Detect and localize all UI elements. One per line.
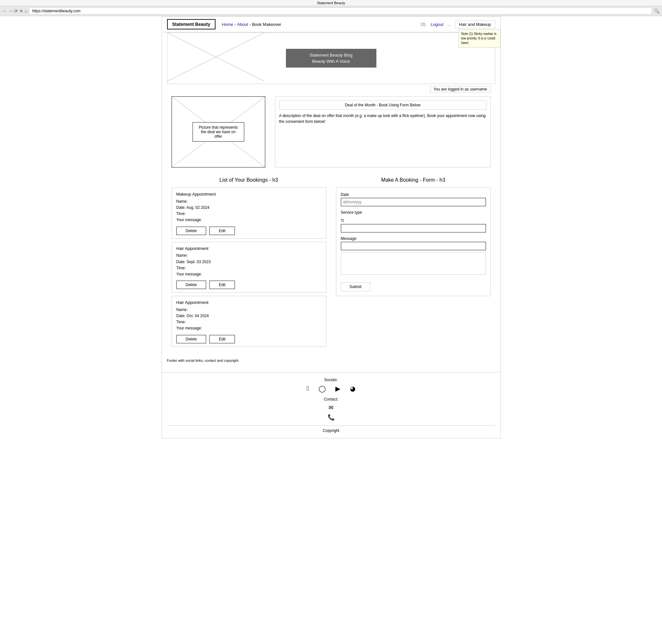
edit-button-1[interactable]: Edit [209, 281, 235, 289]
edit-button-0[interactable]: Edit [209, 227, 235, 235]
form-heading: Make A Booking - Form - h3 [336, 177, 491, 183]
footer-contact-label: Contact: [167, 397, 495, 401]
booking-item: Makeup Appointment Name: Date: Aug. 02 2… [171, 187, 326, 238]
logout-link[interactable]: Logout [431, 22, 444, 27]
browser-chrome: ← → ⟳ ✕ ⌂ 🔍 [0, 6, 662, 16]
date-field: Date [341, 192, 486, 206]
hero-center-box: Statement Beauty Blog Beauty With A Voic… [286, 49, 376, 68]
close-icon[interactable]: ✕ [19, 8, 23, 14]
booking-message-1: Your message: [176, 271, 322, 277]
refresh-icon[interactable]: ⟳ [14, 8, 18, 14]
footer-socials-label: Socials: [167, 377, 495, 382]
page-wrapper: Note (1) Sticky navbar is low priority. … [162, 16, 501, 438]
message-textarea[interactable] [341, 252, 486, 275]
youtube-icon[interactable]: ▶ [335, 385, 340, 392]
hero-tagline: Beauty With A Voice [299, 59, 363, 64]
message-field: Message [341, 236, 486, 276]
breadcrumb-sep-1: › [234, 22, 236, 27]
booking-message-2: Your message: [176, 325, 322, 331]
booking-item-title-1: Hair Appointment [176, 245, 322, 252]
browser-title-bar: Statement Beauty [0, 0, 662, 6]
sticky-note: Note (1) Sticky navbar is low priority. … [458, 29, 500, 48]
delete-button-0[interactable]: Delete [176, 227, 207, 235]
booking-date-2: Date: Oct. 04 2024 [176, 313, 322, 319]
booking-time-0: Time: [176, 211, 322, 217]
hero-blog-title: Statement Beauty Blog [299, 53, 363, 58]
booking-item-title-2: Hair Appointment [176, 299, 322, 306]
logged-in-badge: You are logged in as username [430, 86, 491, 92]
booking-date-0: Date: Aug. 02 2024 [176, 205, 322, 211]
phone-icon[interactable]: 📞 [328, 414, 335, 421]
footer-contact-icons: ✉ 📞 [167, 404, 495, 421]
deal-image-placeholder: Picture that represents the deal we have… [171, 96, 265, 167]
footer-social-icons:  ◯ ▶ ◕ [167, 385, 495, 392]
time-field: Ti [341, 218, 486, 232]
github-icon[interactable]: ◕ [350, 385, 355, 392]
footer-note-bar: Footer with social links, contact and co… [162, 356, 500, 366]
footer-copyright: Copyright [167, 426, 495, 433]
breadcrumb-home[interactable]: Home [222, 22, 233, 27]
email-icon[interactable]: ✉ [329, 404, 333, 411]
navbar-right: Logout ... Hair and Makeup [431, 20, 495, 28]
svg-line-3 [216, 57, 264, 81]
edit-button-2[interactable]: Edit [209, 335, 235, 343]
sticky-note-text: Note (1) Sticky navbar is low priority. … [462, 32, 497, 45]
navbar-logo[interactable]: Statement Beauty [167, 19, 215, 29]
svg-line-2 [167, 57, 216, 81]
hero-banner: Statement Beauty Blog Beauty With A Voic… [167, 32, 495, 84]
deal-section: Picture that represents the deal we have… [171, 96, 491, 167]
url-bar[interactable] [29, 7, 652, 15]
svg-line-0 [167, 33, 216, 57]
browser-title: Statement Beauty [317, 1, 345, 5]
message-input-short[interactable] [341, 242, 486, 250]
booking-name-0: Name: [176, 199, 322, 205]
booking-time-1: Time: [176, 265, 322, 271]
booking-message-0: Your message: [176, 217, 322, 223]
booking-name-1: Name: [176, 252, 322, 259]
breadcrumb-sep-2: › [250, 22, 251, 27]
deal-image-label: Picture that represents the deal we have… [193, 122, 244, 142]
navbar: Statement Beauty Home › About › Book Mak… [162, 17, 500, 32]
footer-note-text: Footer with social links, contact and co… [167, 359, 238, 362]
booking-time-2: Time: [176, 319, 322, 325]
submit-button[interactable]: Submit [341, 282, 370, 291]
navbar-note: (1) [421, 22, 426, 26]
deal-info-box: Deal of the Month - Book Using Form Belo… [275, 96, 491, 167]
time-label: Ti [341, 218, 486, 223]
date-label: Date [341, 192, 486, 197]
booking-date-1: Date: Sept. 03 2023 [176, 259, 322, 265]
facebook-icon[interactable]:  [307, 385, 309, 392]
date-input[interactable] [341, 198, 486, 206]
delete-button-1[interactable]: Delete [176, 281, 207, 289]
svg-line-1 [216, 33, 264, 57]
delete-button-2[interactable]: Delete [176, 335, 207, 343]
back-icon[interactable]: ← [3, 8, 7, 14]
booking-item-title: Makeup Appointment [176, 191, 322, 198]
service-field: Service type [341, 210, 486, 215]
service-label: Service type [341, 210, 486, 215]
browser-nav-icons: ← → ⟳ ✕ ⌂ [3, 8, 27, 14]
instagram-icon[interactable]: ◯ [318, 385, 326, 392]
browser-search-icon[interactable]: 🔍 [654, 8, 659, 14]
bookings-heading: List of Your Bookings - h3 [171, 177, 326, 183]
bookings-section: List of Your Bookings - h3 Makeup Appoin… [171, 177, 326, 350]
forward-icon[interactable]: → [8, 8, 13, 14]
booking-buttons-1: Delete Edit [176, 281, 322, 289]
booking-name-2: Name: [176, 307, 322, 313]
home-icon[interactable]: ⌂ [25, 8, 27, 14]
hair-makeup-button[interactable]: Hair and Makeup [455, 20, 495, 28]
deal-image-text: Picture that represents the deal we have… [199, 125, 238, 139]
breadcrumb-current: Book Makeover [252, 22, 281, 27]
breadcrumb-about[interactable]: About [237, 22, 248, 27]
main-content: Picture that represents the deal we have… [162, 93, 500, 356]
booking-item: Hair Appointment Name: Date: Oct. 04 202… [171, 296, 326, 347]
booking-item: Hair Appointment Name: Date: Sept. 03 20… [171, 242, 326, 293]
logged-in-bar: You are logged in as username [162, 84, 500, 93]
nav-dots[interactable]: ... [447, 22, 451, 27]
deal-title: Deal of the Month - Book Using Form Belo… [279, 100, 487, 110]
message-label: Message [341, 236, 486, 241]
deal-description: A description of the deal on offer that … [279, 113, 487, 163]
booking-form: Date Service type Ti Message [336, 187, 491, 296]
time-input[interactable] [341, 224, 486, 232]
footer: Socials:  ◯ ▶ ◕ Contact: ✉ 📞 Copyright [162, 372, 500, 438]
